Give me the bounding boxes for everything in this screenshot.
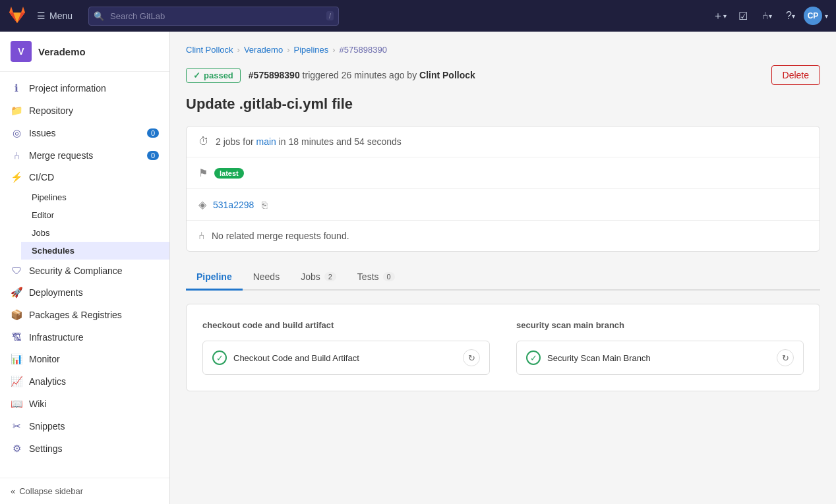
pipeline-id: #575898390 [249, 70, 300, 80]
deployments-icon: 🚀 [11, 287, 22, 298]
question-icon: ? [786, 10, 792, 22]
sidebar-item-issues[interactable]: ◎ Issues 0 [0, 122, 169, 144]
breadcrumb-user[interactable]: Clint Pollock [186, 45, 233, 55]
breadcrumb-sep-3: › [332, 45, 335, 55]
flag-icon: ⚑ [198, 167, 208, 179]
retry-icon: ↻ [468, 353, 475, 363]
checkmark-icon: ✓ [193, 70, 200, 80]
sidebar-nav: ℹ Project information 📁 Repository ◎ Iss… [0, 72, 169, 478]
pipeline-user: Clint Pollock [419, 70, 475, 80]
job-checkout-build-name[interactable]: Checkout Code and Build Artifact [233, 353, 456, 363]
sidebar: V Verademo ℹ Project information 📁 Repos… [0, 32, 170, 504]
project-name: Verademo [38, 46, 86, 57]
merge-requests-row-icon: ⑃ [198, 230, 205, 242]
sidebar-item-snippets[interactable]: ✂ Snippets [0, 415, 169, 437]
sidebar-item-security-compliance[interactable]: 🛡 Security & Compliance [0, 260, 169, 281]
sidebar-item-infrastructure[interactable]: 🏗 Infrastructure [0, 326, 169, 348]
job-security-scan-name[interactable]: Security Scan Main Branch [547, 353, 770, 363]
stage-security-scan-title: Security scan main branch [516, 320, 804, 330]
gitlab-logo[interactable] [8, 6, 26, 26]
packages-icon: 📦 [11, 309, 22, 321]
tab-jobs[interactable]: Jobs 2 [290, 265, 347, 291]
sidebar-item-packages-registries[interactable]: 📦 Packages & Registries [0, 304, 169, 326]
page-title: Update .gitlab-ci.yml file [186, 96, 820, 113]
pipeline-duration-row: ⏱ 2 jobs for main in 18 minutes and 54 s… [187, 126, 820, 157]
job-status-passed-icon: ✓ [212, 350, 227, 365]
job-checkout-retry-button[interactable]: ↻ [463, 349, 480, 366]
topnav-actions: ＋ ▾ ☑ ⑃ ▾ ? ▾ CP ▾ [709, 5, 828, 26]
avatar[interactable]: CP [804, 7, 822, 25]
chevron-down-icon: ▾ [723, 13, 727, 20]
stage-checkout-build-title: Checkout code and build artifact [202, 320, 490, 330]
commit-link[interactable]: 531a2298 [213, 200, 254, 210]
pipeline-merge-requests-row: ⑃ No related merge requests found. [187, 221, 820, 251]
issues-badge: 0 [147, 128, 159, 138]
menu-button[interactable]: ☰ Menu [32, 8, 78, 24]
branch-link[interactable]: main [256, 136, 276, 147]
merge-icon: ⑃ [762, 10, 769, 22]
repository-icon: 📁 [11, 105, 22, 117]
todo-button[interactable]: ☑ [732, 5, 754, 26]
plus-icon: ＋ [713, 9, 723, 23]
user-menu[interactable]: CP ▾ [804, 7, 828, 25]
commit-icon: ◈ [198, 198, 206, 211]
create-new-button[interactable]: ＋ ▾ [709, 5, 730, 26]
sidebar-item-deployments[interactable]: 🚀 Deployments [0, 281, 169, 304]
breadcrumb: Clint Pollock › Verademo › Pipelines › #… [186, 45, 820, 55]
issues-icon: ◎ [11, 127, 22, 139]
tab-pipeline[interactable]: Pipeline [186, 265, 243, 291]
sidebar-item-merge-requests[interactable]: ⑃ Merge requests 0 [0, 144, 169, 166]
pipeline-meta: #575898390 triggered 26 minutes ago by C… [249, 70, 475, 80]
job-security-retry-button[interactable]: ↻ [777, 349, 794, 366]
breadcrumb-current: #575898390 [340, 45, 387, 55]
settings-icon: ⚙ [11, 443, 22, 455]
sidebar-item-monitor[interactable]: 📊 Monitor [0, 348, 169, 370]
sidebar-item-repository[interactable]: 📁 Repository [0, 99, 169, 122]
pipeline-tag-row: ⚑ latest [187, 157, 820, 189]
wiki-icon: 📖 [11, 398, 22, 410]
stage-security-scan: Security scan main branch ✓ Security Sca… [516, 320, 804, 375]
cicd-submenu: Pipelines Editor Jobs Schedules [0, 188, 169, 260]
sidebar-item-pipelines[interactable]: Pipelines [21, 188, 169, 206]
analytics-icon: 📈 [11, 376, 22, 387]
sidebar-item-wiki[interactable]: 📖 Wiki [0, 393, 169, 415]
stage-checkout-build: Checkout code and build artifact ✓ Check… [202, 320, 490, 375]
pipeline-info-card: ⏱ 2 jobs for main in 18 minutes and 54 s… [186, 126, 820, 252]
copy-icon[interactable]: ⎘ [262, 200, 267, 210]
project-header: V Verademo [0, 32, 169, 72]
pipeline-commit-row: ◈ 531a2298 ⎘ [187, 189, 820, 221]
sidebar-item-editor[interactable]: Editor [21, 206, 169, 224]
sidebar-item-cicd[interactable]: ⚡ CI/CD [0, 166, 169, 188]
tests-tab-count: 0 [383, 272, 395, 281]
pipeline-tabs: Pipeline Needs Jobs 2 Tests 0 [186, 265, 820, 291]
search-slash-indicator: / [326, 11, 334, 20]
jobs-tab-count: 2 [324, 272, 336, 281]
search-container: 🔍 / [88, 7, 339, 26]
delete-pipeline-button[interactable]: Delete [771, 65, 820, 85]
breadcrumb-pipelines[interactable]: Pipelines [293, 45, 328, 55]
job-security-scan: ✓ Security Scan Main Branch ↻ [516, 341, 804, 375]
todo-icon: ☑ [738, 10, 748, 22]
tab-tests[interactable]: Tests 0 [347, 265, 405, 291]
help-button[interactable]: ? ▾ [780, 5, 801, 26]
main-content: Clint Pollock › Verademo › Pipelines › #… [170, 32, 836, 504]
chevron-down-icon: ▾ [825, 13, 828, 20]
sidebar-item-jobs[interactable]: Jobs [21, 224, 169, 242]
sidebar-item-settings[interactable]: ⚙ Settings [0, 437, 169, 460]
clock-icon: ⏱ [198, 136, 209, 148]
info-icon: ℹ [11, 82, 22, 94]
pipeline-stages: Checkout code and build artifact ✓ Check… [186, 304, 820, 391]
latest-badge: latest [214, 168, 244, 179]
collapse-sidebar-button[interactable]: « Collapse sidebar [0, 478, 169, 504]
sidebar-item-project-information[interactable]: ℹ Project information [0, 77, 169, 99]
monitor-icon: 📊 [11, 353, 22, 365]
sidebar-item-analytics[interactable]: 📈 Analytics [0, 370, 169, 393]
project-avatar: V [11, 41, 32, 62]
chevron-left-icon: « [11, 486, 15, 496]
breadcrumb-sep-1: › [237, 45, 240, 55]
merge-request-button[interactable]: ⑃ ▾ [756, 5, 777, 26]
search-input[interactable] [88, 7, 339, 26]
sidebar-item-schedules[interactable]: Schedules [21, 242, 169, 260]
breadcrumb-project[interactable]: Verademo [244, 45, 283, 55]
tab-needs[interactable]: Needs [243, 265, 290, 291]
